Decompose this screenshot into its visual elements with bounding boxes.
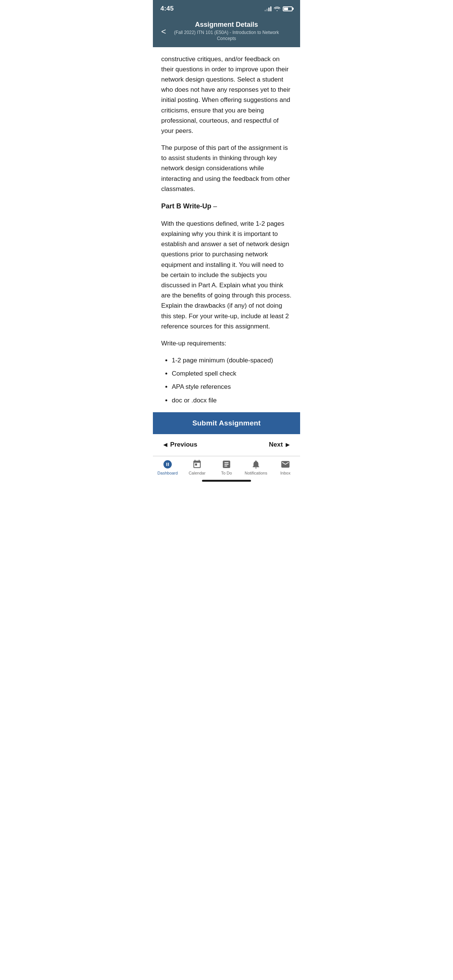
tab-inbox[interactable]: Inbox	[274, 460, 297, 475]
inbox-tab-label: Inbox	[280, 471, 291, 475]
dashboard-icon	[163, 460, 173, 469]
status-time: 4:45	[161, 5, 174, 13]
notifications-tab-label: Notifications	[245, 471, 267, 475]
page-title: Assignment Details	[172, 21, 281, 29]
inbox-icon	[280, 460, 290, 469]
todo-tab-label: To Do	[221, 471, 232, 475]
submit-bar[interactable]: Submit Assignment	[153, 412, 300, 434]
course-subtitle: (Fall 2022) ITN 101 (E50A) - Introductio…	[172, 30, 281, 41]
previous-button[interactable]: ◄ Previous	[162, 441, 197, 449]
tab-dashboard[interactable]: Dashboard	[156, 460, 179, 475]
tab-notifications[interactable]: Notifications	[245, 460, 267, 475]
status-icons	[265, 6, 292, 11]
list-item: 1-2 page minimum (double-spaced)	[172, 355, 292, 366]
pagination-nav: ◄ Previous Next ►	[153, 434, 300, 456]
part-b-paragraph: With the questions defined, write 1-2 pa…	[161, 219, 292, 331]
write-up-label: Write-up requirements:	[161, 338, 292, 348]
page-header: < Assignment Details (Fall 2022) ITN 101…	[153, 17, 300, 47]
previous-arrow: ◄	[162, 441, 169, 449]
battery-icon	[283, 6, 292, 11]
next-arrow: ►	[284, 441, 291, 449]
purpose-paragraph: The purpose of this part of the assignme…	[161, 143, 292, 194]
requirements-list: 1-2 page minimum (double-spaced) Complet…	[161, 355, 292, 406]
todo-icon	[222, 460, 231, 469]
calendar-tab-label: Calendar	[189, 471, 206, 475]
notifications-icon	[251, 460, 261, 469]
back-button[interactable]: <	[158, 25, 169, 38]
previous-label: Previous	[170, 441, 197, 449]
list-item: APA style references	[172, 382, 292, 392]
home-indicator-bar	[202, 480, 251, 482]
status-bar: 4:45	[153, 0, 300, 17]
tab-bar: Dashboard Calendar To Do Notifications I…	[153, 456, 300, 477]
truncated-paragraph: constructive critiques, and/or feedback …	[161, 54, 292, 136]
submit-assignment-button[interactable]: Submit Assignment	[192, 419, 261, 427]
list-item: doc or .docx file	[172, 395, 292, 406]
dashboard-tab-label: Dashboard	[157, 471, 178, 475]
tab-calendar[interactable]: Calendar	[186, 460, 208, 475]
part-b-heading: Part B Write-Up –	[161, 201, 292, 212]
next-button[interactable]: Next ►	[269, 441, 291, 449]
assignment-content: constructive critiques, and/or feedback …	[153, 47, 300, 412]
signal-icon	[265, 6, 272, 11]
calendar-icon	[192, 460, 202, 469]
tab-todo[interactable]: To Do	[215, 460, 238, 475]
wifi-icon	[274, 6, 280, 11]
next-label: Next	[269, 441, 283, 449]
home-indicator	[153, 477, 300, 484]
list-item: Completed spell check	[172, 368, 292, 379]
